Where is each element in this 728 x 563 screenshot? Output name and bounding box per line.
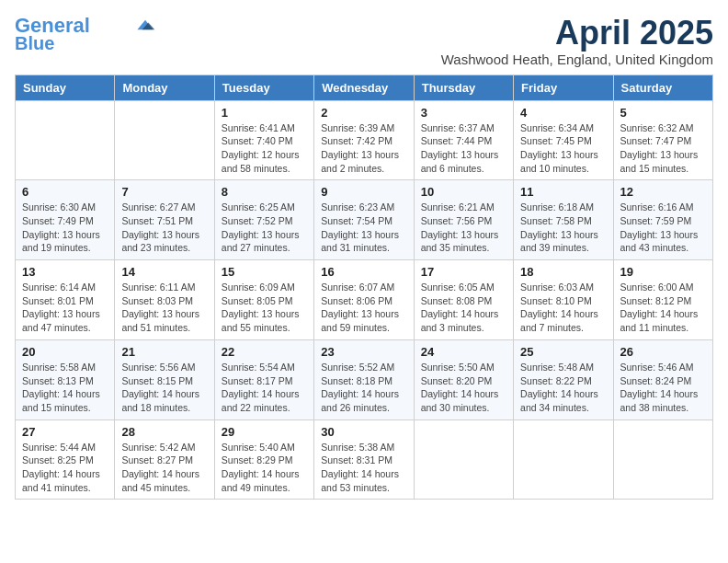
day-info: Sunrise: 6:27 AM Sunset: 7:51 PM Dayligh… xyxy=(121,201,207,255)
calendar-day-20: 20Sunrise: 5:58 AM Sunset: 8:13 PM Dayli… xyxy=(16,339,115,419)
calendar-day-18: 18Sunrise: 6:03 AM Sunset: 8:10 PM Dayli… xyxy=(514,260,613,340)
day-number: 28 xyxy=(121,425,207,439)
day-number: 17 xyxy=(421,265,506,279)
calendar-day-11: 11Sunrise: 6:18 AM Sunset: 7:58 PM Dayli… xyxy=(514,180,613,260)
calendar-day-29: 29Sunrise: 5:40 AM Sunset: 8:29 PM Dayli… xyxy=(214,419,313,500)
day-info: Sunrise: 6:00 AM Sunset: 8:12 PM Dayligh… xyxy=(620,281,706,335)
day-info: Sunrise: 6:30 AM Sunset: 7:49 PM Dayligh… xyxy=(22,201,108,255)
location-title: Washwood Heath, England, United Kingdom xyxy=(441,52,713,67)
calendar-day-21: 21Sunrise: 5:56 AM Sunset: 8:15 PM Dayli… xyxy=(115,339,214,419)
day-number: 3 xyxy=(421,106,506,120)
weekday-header-monday: Monday xyxy=(115,75,214,100)
day-info: Sunrise: 6:11 AM Sunset: 8:03 PM Dayligh… xyxy=(121,281,207,335)
calendar-day-27: 27Sunrise: 5:44 AM Sunset: 8:25 PM Dayli… xyxy=(16,419,115,500)
logo-icon xyxy=(134,18,156,31)
day-number: 4 xyxy=(520,106,606,120)
day-info: Sunrise: 5:52 AM Sunset: 8:18 PM Dayligh… xyxy=(321,361,406,415)
day-info: Sunrise: 5:48 AM Sunset: 8:22 PM Dayligh… xyxy=(520,361,606,415)
calendar-day-8: 8Sunrise: 6:25 AM Sunset: 7:52 PM Daylig… xyxy=(214,180,313,260)
calendar-day-26: 26Sunrise: 5:46 AM Sunset: 8:24 PM Dayli… xyxy=(613,339,712,419)
calendar-day-17: 17Sunrise: 6:05 AM Sunset: 8:08 PM Dayli… xyxy=(414,260,513,340)
calendar-day-3: 3Sunrise: 6:37 AM Sunset: 7:44 PM Daylig… xyxy=(414,100,513,180)
day-number: 2 xyxy=(321,106,406,120)
day-info: Sunrise: 6:34 AM Sunset: 7:45 PM Dayligh… xyxy=(520,121,606,176)
title-block: April 2025 Washwood Heath, England, Unit… xyxy=(441,15,713,67)
calendar-day-25: 25Sunrise: 5:48 AM Sunset: 8:22 PM Dayli… xyxy=(514,339,613,419)
day-info: Sunrise: 5:42 AM Sunset: 8:27 PM Dayligh… xyxy=(121,441,207,495)
calendar-empty-cell xyxy=(16,100,115,180)
day-info: Sunrise: 6:05 AM Sunset: 8:08 PM Dayligh… xyxy=(421,281,506,335)
calendar-day-10: 10Sunrise: 6:21 AM Sunset: 7:56 PM Dayli… xyxy=(414,180,513,260)
logo-blue: Blue xyxy=(15,33,54,53)
calendar-day-1: 1Sunrise: 6:41 AM Sunset: 7:40 PM Daylig… xyxy=(214,100,313,180)
day-info: Sunrise: 6:32 AM Sunset: 7:47 PM Dayligh… xyxy=(620,121,706,176)
day-number: 6 xyxy=(22,185,108,199)
calendar-week-row: 27Sunrise: 5:44 AM Sunset: 8:25 PM Dayli… xyxy=(16,419,713,500)
day-number: 15 xyxy=(222,265,307,279)
calendar-week-row: 20Sunrise: 5:58 AM Sunset: 8:13 PM Dayli… xyxy=(16,339,713,419)
day-number: 5 xyxy=(620,106,706,120)
day-info: Sunrise: 5:38 AM Sunset: 8:31 PM Dayligh… xyxy=(321,441,406,495)
day-number: 26 xyxy=(620,345,706,359)
day-info: Sunrise: 6:23 AM Sunset: 7:54 PM Dayligh… xyxy=(321,201,406,255)
calendar-empty-cell xyxy=(613,419,712,500)
calendar-day-5: 5Sunrise: 6:32 AM Sunset: 7:47 PM Daylig… xyxy=(613,100,712,180)
day-number: 21 xyxy=(121,345,207,359)
weekday-header-wednesday: Wednesday xyxy=(314,75,414,100)
day-info: Sunrise: 5:58 AM Sunset: 8:13 PM Dayligh… xyxy=(22,361,108,415)
month-title: April 2025 xyxy=(441,15,713,52)
calendar-day-12: 12Sunrise: 6:16 AM Sunset: 7:59 PM Dayli… xyxy=(613,180,712,260)
calendar-week-row: 6Sunrise: 6:30 AM Sunset: 7:49 PM Daylig… xyxy=(16,180,713,260)
day-number: 19 xyxy=(620,265,706,279)
day-number: 1 xyxy=(222,106,307,120)
calendar-day-15: 15Sunrise: 6:09 AM Sunset: 8:05 PM Dayli… xyxy=(214,260,313,340)
day-info: Sunrise: 5:46 AM Sunset: 8:24 PM Dayligh… xyxy=(620,361,706,415)
calendar-day-22: 22Sunrise: 5:54 AM Sunset: 8:17 PM Dayli… xyxy=(214,339,313,419)
day-info: Sunrise: 6:03 AM Sunset: 8:10 PM Dayligh… xyxy=(520,281,606,335)
calendar-day-23: 23Sunrise: 5:52 AM Sunset: 8:18 PM Dayli… xyxy=(314,339,414,419)
day-info: Sunrise: 6:25 AM Sunset: 7:52 PM Dayligh… xyxy=(222,201,307,255)
calendar-day-14: 14Sunrise: 6:11 AM Sunset: 8:03 PM Dayli… xyxy=(115,260,214,340)
day-number: 20 xyxy=(22,345,108,359)
weekday-header-sunday: Sunday xyxy=(16,75,115,100)
calendar-empty-cell xyxy=(414,419,513,500)
day-info: Sunrise: 5:54 AM Sunset: 8:17 PM Dayligh… xyxy=(222,361,307,415)
weekday-header-friday: Friday xyxy=(514,75,613,100)
calendar-day-7: 7Sunrise: 6:27 AM Sunset: 7:51 PM Daylig… xyxy=(115,180,214,260)
day-number: 9 xyxy=(321,185,406,199)
day-number: 8 xyxy=(222,185,307,199)
calendar-day-2: 2Sunrise: 6:39 AM Sunset: 7:42 PM Daylig… xyxy=(314,100,414,180)
day-info: Sunrise: 6:14 AM Sunset: 8:01 PM Dayligh… xyxy=(22,281,108,335)
day-number: 13 xyxy=(22,265,108,279)
weekday-header-row: SundayMondayTuesdayWednesdayThursdayFrid… xyxy=(16,75,713,100)
calendar-day-6: 6Sunrise: 6:30 AM Sunset: 7:49 PM Daylig… xyxy=(16,180,115,260)
day-info: Sunrise: 5:40 AM Sunset: 8:29 PM Dayligh… xyxy=(222,441,307,495)
day-info: Sunrise: 6:18 AM Sunset: 7:58 PM Dayligh… xyxy=(520,201,606,255)
logo: General Blue xyxy=(15,15,156,53)
weekday-header-thursday: Thursday xyxy=(414,75,513,100)
calendar-day-19: 19Sunrise: 6:00 AM Sunset: 8:12 PM Dayli… xyxy=(613,260,712,340)
calendar-day-16: 16Sunrise: 6:07 AM Sunset: 8:06 PM Dayli… xyxy=(314,260,414,340)
day-number: 22 xyxy=(222,345,307,359)
day-number: 7 xyxy=(121,185,207,199)
day-info: Sunrise: 6:16 AM Sunset: 7:59 PM Dayligh… xyxy=(620,201,706,255)
day-info: Sunrise: 6:09 AM Sunset: 8:05 PM Dayligh… xyxy=(222,281,307,335)
calendar-day-28: 28Sunrise: 5:42 AM Sunset: 8:27 PM Dayli… xyxy=(115,419,214,500)
day-number: 24 xyxy=(421,345,506,359)
day-info: Sunrise: 6:39 AM Sunset: 7:42 PM Dayligh… xyxy=(321,121,406,176)
day-info: Sunrise: 5:44 AM Sunset: 8:25 PM Dayligh… xyxy=(22,441,108,495)
day-number: 25 xyxy=(520,345,606,359)
weekday-header-saturday: Saturday xyxy=(613,75,712,100)
day-info: Sunrise: 5:50 AM Sunset: 8:20 PM Dayligh… xyxy=(421,361,506,415)
day-info: Sunrise: 6:21 AM Sunset: 7:56 PM Dayligh… xyxy=(421,201,506,255)
calendar-day-24: 24Sunrise: 5:50 AM Sunset: 8:20 PM Dayli… xyxy=(414,339,513,419)
calendar-day-13: 13Sunrise: 6:14 AM Sunset: 8:01 PM Dayli… xyxy=(16,260,115,340)
calendar-week-row: 1Sunrise: 6:41 AM Sunset: 7:40 PM Daylig… xyxy=(16,100,713,180)
calendar-week-row: 13Sunrise: 6:14 AM Sunset: 8:01 PM Dayli… xyxy=(16,260,713,340)
page-header: General Blue April 2025 Washwood Heath, … xyxy=(15,15,713,67)
calendar-empty-cell xyxy=(115,100,214,180)
day-info: Sunrise: 6:37 AM Sunset: 7:44 PM Dayligh… xyxy=(421,121,506,176)
day-number: 27 xyxy=(22,425,108,439)
calendar-day-9: 9Sunrise: 6:23 AM Sunset: 7:54 PM Daylig… xyxy=(314,180,414,260)
day-info: Sunrise: 6:07 AM Sunset: 8:06 PM Dayligh… xyxy=(321,281,406,335)
